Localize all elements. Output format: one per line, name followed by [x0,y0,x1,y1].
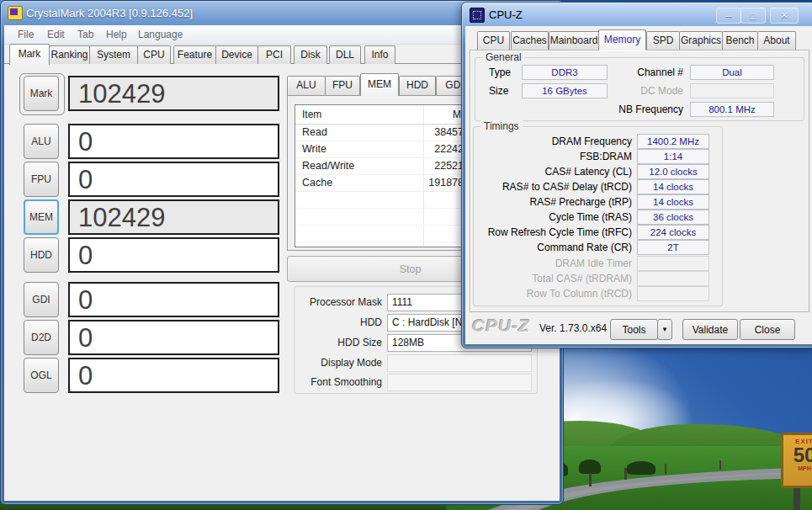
score-button-mem[interactable]: MEM [24,199,59,235]
cpuz-tab-cpu[interactable]: CPU [477,31,510,50]
crystalmark-window-title: CrystalMark 2004R3 [0.9.126.452] [26,7,193,19]
tab-device[interactable]: Device [215,45,258,64]
nb-frequency-label: NB Frequency [593,104,683,115]
score-value-gdi: 0 [68,282,279,317]
tab-mark[interactable]: Mark [9,44,50,65]
menu-edit[interactable]: Edit [44,28,68,41]
command-rate-value[interactable]: 2T [637,240,709,255]
timings-groupbox: Timings DRAM Frequency 1400.2 MHz FSB:DR… [473,126,723,306]
cpuz-logo: CPU-Z [472,316,530,336]
memory-tab-page: General Type DDR3 Size 16 GBytes Channel… [470,50,809,312]
trfc-value[interactable]: 224 clocks [637,225,709,240]
wallpaper-fence-post [589,473,592,486]
tab-disk[interactable]: Disk [294,45,327,64]
timings-legend: Timings [480,120,523,132]
column-header-value[interactable]: M [295,109,461,120]
menu-tab[interactable]: Tab [74,28,97,41]
tras-value[interactable]: 36 clocks [637,210,709,225]
dram-frequency-label: DRAM Frequency [480,135,632,147]
road-sign-unit-text: MPH [783,465,812,471]
dram-idle-timer-label: DRAM Idle Timer [480,258,632,269]
tab-cpu[interactable]: CPU [137,45,171,64]
hdd-label: HDD [295,316,382,328]
menu-language[interactable]: Language [135,28,186,41]
tab-dll[interactable]: DLL [329,45,361,64]
dc-mode-label: DC Mode [593,85,683,97]
channel-label: Channel # [593,66,683,78]
tab-pci[interactable]: PCI [257,45,291,64]
row-to-column-label: Row To Column (tRCD) [480,288,632,300]
nb-frequency-value[interactable]: 800.1 MHz [690,102,774,117]
crystalmark-app-icon [8,6,23,20]
dram-idle-timer-value[interactable] [637,256,709,271]
tab-system[interactable]: System [89,45,138,64]
score-button-fpu[interactable]: FPU [24,162,59,197]
score-button-gdi[interactable]: GDI [24,282,59,317]
score-value-hdd: 0 [68,237,279,273]
cpuz-tab-about[interactable]: About [757,31,796,50]
tab-feature[interactable]: Feature [173,45,216,64]
cpuz-tab-bench[interactable]: Bench [722,31,758,50]
menu-help[interactable]: Help [103,28,130,41]
bench-tab-hdd[interactable]: HDD [399,76,436,95]
score-button-alu[interactable]: ALU [24,124,59,159]
bench-tab-alu[interactable]: ALU [287,76,326,95]
trfc-label: Row Refresh Cycle Time (tRFC) [480,226,632,238]
type-label: Type [489,66,511,78]
score-button-hdd[interactable]: HDD [24,237,59,273]
close-icon[interactable]: ✕ [770,8,799,24]
channel-value[interactable]: Dual [690,65,774,80]
cpuz-version-text: Ver. 1.73.0.x64 [539,322,607,334]
trcd-label: RAS# to CAS# Delay (tRCD) [480,181,632,193]
cpuz-window-title: CPU-Z [489,8,523,21]
score-button-mark[interactable]: Mark [24,76,59,111]
fsb-dram-value[interactable]: 1:14 [637,149,709,164]
cell-value: 22521 [295,160,464,172]
command-rate-label: Command Rate (CR) [480,242,632,253]
close-button[interactable]: Close [740,319,795,340]
cpuz-window: CPU-Z ─ □ ✕ CPU Caches Mainboard Memory … [461,2,812,348]
trp-value[interactable]: 14 clocks [637,194,709,210]
cell-value: 38457 [295,126,464,138]
dc-mode-value[interactable] [690,83,774,98]
road-sign: EXIT 50 MPH [781,433,812,488]
tools-button[interactable]: Tools [610,319,658,340]
cpuz-app-icon [470,8,485,23]
row-to-column-value[interactable] [637,286,709,301]
minimize-icon[interactable]: ─ [716,8,741,24]
cpuz-client-area: CPU Caches Mainboard Memory SPD Graphics… [465,26,812,344]
tab-info[interactable]: Info [364,45,395,64]
cas-latency-value[interactable]: 12.0 clocks [637,164,709,179]
display-mode-field[interactable] [387,354,532,372]
font-smoothing-field[interactable] [387,374,532,391]
tab-ranking[interactable]: Ranking [49,45,90,64]
dram-frequency-value[interactable]: 1400.2 MHz [637,134,709,149]
score-button-ogl[interactable]: OGL [24,358,59,393]
bench-tab-mem[interactable]: MEM [360,73,399,96]
processor-mask-label: Processor Mask [295,296,382,308]
cpuz-tab-memory[interactable]: Memory [598,29,646,50]
score-value-mem: 102429 [68,199,279,235]
menu-file[interactable]: File [14,28,37,41]
cpuz-tab-graphics[interactable]: Graphics [679,31,723,50]
score-button-d2d[interactable]: D2D [24,320,59,355]
general-legend: General [482,51,525,63]
cpuz-tab-caches[interactable]: Caches [511,31,549,50]
tras-label: Cycle Time (tRAS) [480,211,632,223]
cpuz-tab-mainboard[interactable]: Mainboard [549,31,599,50]
font-smoothing-label: Font Smoothing [295,376,382,388]
trcd-value[interactable]: 14 clocks [637,179,709,194]
fsb-dram-label: FSB:DRAM [480,151,632,162]
size-label: Size [489,85,508,97]
chevron-down-icon: ▼ [661,326,668,333]
tools-dropdown-button[interactable]: ▼ [657,319,672,340]
total-cas-value[interactable] [637,271,709,286]
score-value-mark: 102429 [68,76,279,111]
cpuz-tab-spd[interactable]: SPD [646,31,680,50]
bench-tab-fpu[interactable]: FPU [325,76,360,95]
wallpaper-fence-post [719,460,721,470]
hdd-size-label: HDD Size [295,337,382,348]
display-mode-label: Display Mode [295,357,382,369]
validate-button[interactable]: Validate [682,319,738,340]
maximize-icon[interactable]: □ [740,8,766,24]
